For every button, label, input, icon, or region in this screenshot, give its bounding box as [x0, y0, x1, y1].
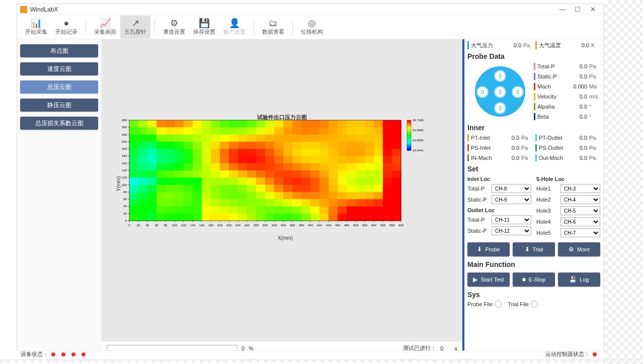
- inlet-select-Static-P[interactable]: CH-9: [492, 195, 531, 204]
- svg-rect-165: [265, 156, 275, 163]
- svg-rect-92: [147, 142, 157, 149]
- hole-select-Hole2[interactable]: CH-4: [560, 195, 600, 204]
- svg-rect-314: [256, 192, 266, 200]
- svg-rect-281: [229, 185, 238, 193]
- svg-rect-192: [238, 163, 248, 171]
- svg-rect-27: [374, 120, 383, 128]
- toolbar-账户设置[interactable]: 👤账户设置: [219, 16, 250, 39]
- svg-rect-203: [338, 163, 347, 171]
- mainfunc-icon: ■: [522, 276, 526, 283]
- mainfunc-button-E-Stop[interactable]: ■E-Stop: [513, 272, 555, 287]
- svg-rect-252: [238, 177, 248, 185]
- svg-rect-12: [238, 120, 248, 128]
- svg-text:340: 340: [281, 224, 286, 227]
- close-button[interactable]: ✕: [585, 6, 600, 13]
- svg-rect-304: [166, 192, 175, 200]
- sidebar-item-总压云图[interactable]: 总压云图: [20, 80, 98, 94]
- probe-line-Alpaha: Alpaha 0.0 °: [534, 102, 600, 112]
- set-button-Probe[interactable]: ⬇Probe: [467, 242, 510, 256]
- svg-rect-121: [138, 149, 148, 156]
- svg-rect-180: [129, 163, 139, 171]
- set-icon: ⬇: [525, 246, 530, 253]
- svg-rect-234: [347, 170, 356, 178]
- sidebar-item-总压损失系数云图[interactable]: 总压损失系数云图: [20, 117, 98, 130]
- outlet-select-Static-P[interactable]: CH-12: [492, 226, 531, 235]
- svg-rect-53: [338, 127, 347, 135]
- svg-rect-117: [374, 142, 383, 149]
- toolbar-数据查看[interactable]: 🗂数据查看: [258, 16, 288, 39]
- svg-rect-387: [374, 206, 383, 214]
- svg-rect-316: [274, 192, 284, 200]
- probe-hole-left: 0: [476, 86, 489, 98]
- svg-rect-7: [193, 120, 202, 128]
- svg-rect-347: [283, 199, 293, 207]
- svg-rect-315: [265, 192, 275, 200]
- svg-rect-100: [220, 142, 229, 149]
- svg-rect-217: [193, 170, 202, 178]
- svg-rect-78: [292, 135, 302, 142]
- toolbar-保存设置[interactable]: 💾保存设置: [189, 16, 219, 39]
- radio-icon[interactable]: [495, 301, 502, 308]
- svg-rect-64: [166, 135, 175, 142]
- set-button-Trial[interactable]: ⬇Trial: [513, 242, 555, 256]
- hole-Hole2: Hole2 CH-4: [536, 194, 600, 205]
- svg-text:400: 400: [308, 224, 313, 227]
- toolbar-采集画面[interactable]: 📈采集画面: [90, 16, 120, 39]
- svg-rect-46: [274, 127, 284, 135]
- svg-rect-194: [256, 163, 266, 171]
- toolbar-icon: 🗂: [269, 18, 278, 28]
- hole-select-Hole5[interactable]: CH-7: [560, 228, 600, 237]
- toolbar-位移机构[interactable]: ◎位移机构: [297, 16, 327, 39]
- svg-rect-39: [211, 127, 220, 135]
- svg-rect-393: [156, 214, 166, 221]
- svg-text:580: 580: [389, 224, 395, 227]
- svg-rect-1: [138, 120, 148, 128]
- outlet-select-Total-P[interactable]: CH-11: [492, 215, 531, 224]
- color-bar-icon: [467, 41, 469, 49]
- svg-rect-135: [265, 149, 275, 156]
- svg-rect-90: [129, 142, 139, 149]
- svg-rect-305: [175, 192, 184, 200]
- hole-select-Hole3[interactable]: CH-5: [560, 206, 600, 215]
- svg-rect-56: [365, 127, 374, 135]
- svg-rect-81: [319, 135, 329, 142]
- svg-rect-207: [374, 163, 383, 171]
- toolbar-label: 五孔探针: [124, 28, 146, 36]
- svg-rect-177: [374, 156, 383, 163]
- hole-select-Hole4[interactable]: CH-6: [560, 217, 600, 226]
- hole-select-Hole1[interactable]: CH-3: [560, 184, 600, 193]
- inner-line-PT-Outlet: PT-Outlet 0.0 Pa: [535, 133, 600, 143]
- outlet-loc-header: Outlet Loc: [467, 207, 531, 213]
- svg-rect-302: [147, 192, 157, 200]
- radio-icon[interactable]: [531, 301, 538, 308]
- sidebar-item-速度云图[interactable]: 速度云图: [20, 62, 98, 75]
- svg-rect-354: [347, 199, 356, 207]
- set-button-More[interactable]: ⚙More: [558, 242, 600, 256]
- svg-rect-323: [338, 192, 347, 200]
- inlet-select-Total-P[interactable]: CH-8: [492, 184, 531, 193]
- svg-rect-552: [407, 150, 411, 151]
- svg-text:320: 320: [272, 224, 277, 227]
- svg-rect-412: [329, 214, 338, 221]
- toolbar-开始采集[interactable]: 📊开始采集: [21, 16, 51, 39]
- toolbar-通道设置[interactable]: ⚙通道设置: [159, 16, 189, 39]
- svg-rect-293: [338, 185, 347, 193]
- color-bar-icon: [534, 83, 535, 90]
- svg-rect-396: [184, 214, 193, 221]
- svg-rect-33: [156, 127, 166, 135]
- svg-rect-195: [265, 163, 275, 171]
- svg-rect-319: [301, 192, 311, 200]
- maximize-button[interactable]: ☐: [570, 6, 585, 13]
- svg-text:300: 300: [263, 224, 268, 227]
- mainfunc-button-Start Test[interactable]: ▶Start Test: [467, 272, 510, 287]
- svg-rect-187: [193, 163, 202, 171]
- svg-rect-114: [347, 142, 356, 149]
- svg-rect-155: [175, 156, 184, 163]
- sidebar-item-静压云图[interactable]: 静压云图: [20, 99, 98, 112]
- toolbar-开始记录[interactable]: ●开始记录: [51, 16, 82, 39]
- sidebar-item-布点图[interactable]: 布点图: [20, 44, 98, 57]
- toolbar-五孔探针[interactable]: ↗五孔探针: [120, 16, 150, 39]
- svg-rect-31: [138, 127, 148, 135]
- minimize-button[interactable]: —: [555, 6, 570, 13]
- mainfunc-button-Log[interactable]: 💾Log: [558, 272, 600, 287]
